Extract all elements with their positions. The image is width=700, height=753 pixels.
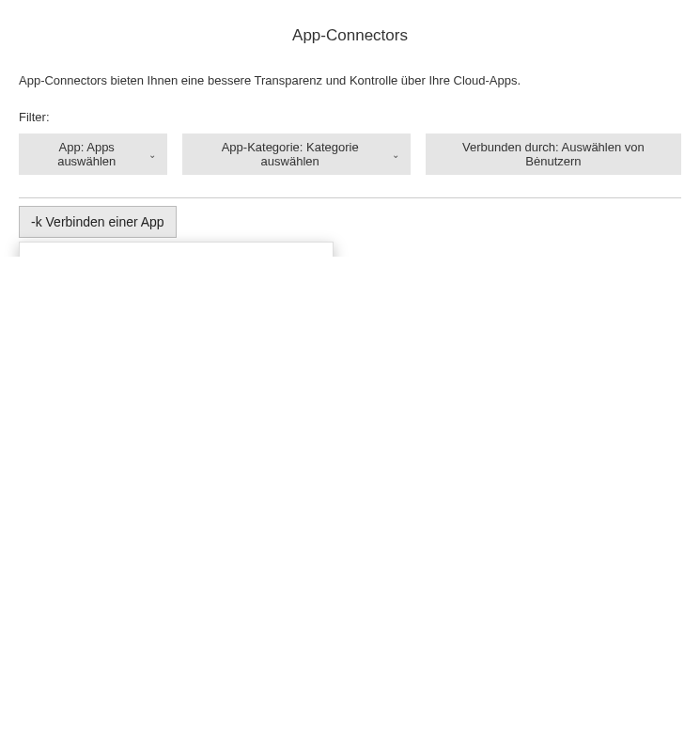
page-subtitle: App-Connectors bieten Ihnen eine bessere… [19,73,681,87]
aws-icon: a [33,253,50,257]
divider [19,197,681,198]
connect-app-dropdown: aAmazon Web Services▽Atlas SianboxBoxCis… [19,242,334,257]
connect-app-button[interactable]: -k Verbinden einer App [19,206,177,238]
filter-connected-by[interactable]: Verbunden durch: Auswählen von Bėnutzern [426,133,681,175]
dropdown-item-label: Amazon Web Services [61,255,184,258]
filter-connected-by-label: Verbunden durch: Auswählen von Bėnutzern [437,140,670,168]
filter-category-label: App-Kategorie: Kategorie auswählen [194,140,385,168]
filter-app[interactable]: App: Apps auswählen ⌄ [19,133,167,175]
filter-category[interactable]: App-Kategorie: Kategorie auswählen ⌄ [182,133,410,175]
dropdown-item-aws[interactable]: aAmazon Web Services [20,246,333,257]
chevron-down-icon: ⌄ [148,149,156,160]
chevron-down-icon: ⌄ [392,149,399,160]
filter-app-label: App: Apps auswählen [30,140,143,168]
filters-row: App: Apps auswählen ⌄ App-Kategorie: Kat… [19,133,681,175]
filters-label: Filter: [19,110,681,124]
page-title: App-Connectors [19,26,681,45]
